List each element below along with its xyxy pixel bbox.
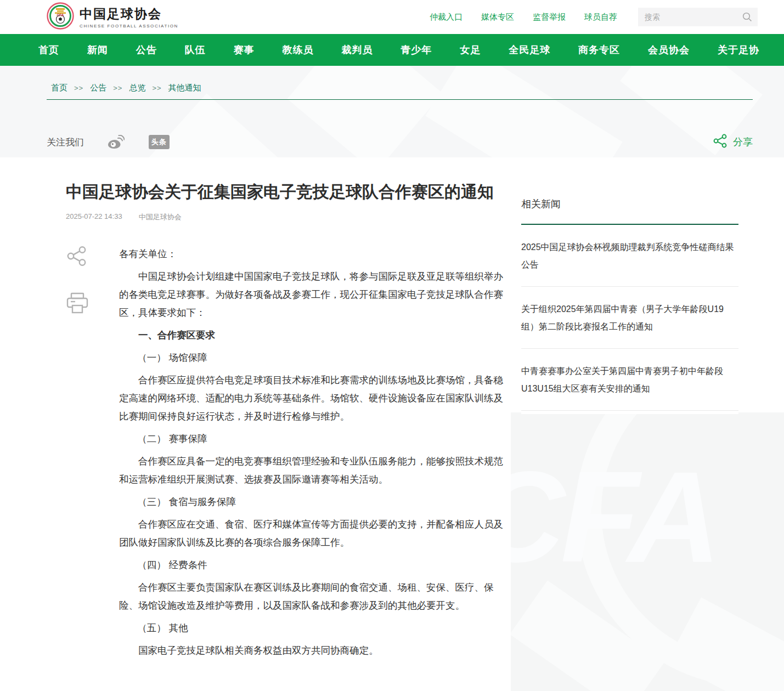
main-nav: 首页新闻公告队伍赛事教练员裁判员青少年女足全民足球商务专区会员协会关于足协 bbox=[0, 34, 784, 66]
quick-link-1[interactable]: 媒体专区 bbox=[481, 12, 514, 22]
nav-item-9[interactable]: 全民足球 bbox=[509, 43, 550, 56]
search-box bbox=[638, 8, 758, 26]
nav-item-7[interactable]: 青少年 bbox=[401, 43, 432, 56]
nav-item-5[interactable]: 教练员 bbox=[283, 43, 314, 56]
quick-links: 仲裁入口媒体专区监督举报球员自荐 bbox=[430, 12, 617, 22]
nav-item-3[interactable]: 队伍 bbox=[185, 43, 206, 56]
nav-item-10[interactable]: 商务专区 bbox=[578, 43, 620, 56]
breadcrumb-link-2[interactable]: 总览 bbox=[129, 83, 145, 93]
article-print-icon[interactable] bbox=[66, 292, 119, 316]
related-news-sidebar: 相关新闻 2025中国足球协会杯视频助理裁判系统竞争性磋商结果公告关于组织202… bbox=[521, 197, 738, 414]
breadcrumb-link-1[interactable]: 公告 bbox=[90, 83, 106, 93]
nav-item-11[interactable]: 会员协会 bbox=[648, 43, 690, 56]
quick-link-0[interactable]: 仲裁入口 bbox=[430, 12, 462, 22]
nav-item-8[interactable]: 女足 bbox=[460, 43, 481, 56]
related-news-title: 相关新闻 bbox=[521, 197, 738, 225]
article-source: 中国足球协会 bbox=[139, 212, 182, 222]
article-meta: 2025-07-22 14:33 中国足球协会 bbox=[66, 212, 511, 222]
site-logo[interactable]: CFA 中国足球协会 CHINESE FOOTBALL ASSOCIATION bbox=[47, 2, 178, 32]
share-nodes-icon bbox=[713, 134, 727, 150]
cfa-watermark: CFA bbox=[510, 412, 784, 691]
nav-item-6[interactable]: 裁判员 bbox=[341, 43, 373, 56]
nav-item-4[interactable]: 赛事 bbox=[234, 43, 255, 56]
article-paragraph-3: （一） 场馆保障 bbox=[119, 349, 510, 367]
share-label: 分享 bbox=[733, 135, 753, 149]
nav-item-12[interactable]: 关于足协 bbox=[718, 43, 759, 56]
article-tools-rail bbox=[47, 241, 119, 664]
article-paragraph-5: （二） 赛事保障 bbox=[119, 430, 510, 448]
article-paragraph-6: 合作赛区应具备一定的电竞赛事组织管理经验和专业队伍服务能力，能够按照技术规范和运… bbox=[119, 452, 510, 489]
toutiao-icon[interactable]: 头条 bbox=[149, 135, 170, 149]
watermark-text: CFA bbox=[510, 443, 717, 591]
follow-us-label: 关注我们 bbox=[47, 136, 84, 149]
article: 中国足球协会关于征集国家电子竞技足球队合作赛区的通知 2025-07-22 14… bbox=[47, 157, 511, 691]
breadcrumb-separator: >> bbox=[152, 84, 161, 92]
article-date: 2025-07-22 14:33 bbox=[66, 212, 122, 222]
breadcrumb-separator: >> bbox=[74, 84, 83, 92]
article-paragraph-8: 合作赛区应在交通、食宿、医疗和媒体宣传等方面提供必要的支持，并配备相应人员及团队… bbox=[119, 516, 510, 552]
related-news-list: 2025中国足球协会杯视频助理裁判系统竞争性磋商结果公告关于组织2025年第四届… bbox=[521, 225, 738, 411]
article-paragraph-0: 各有关单位： bbox=[119, 245, 510, 263]
page: CFA 中国足球协会 CHINESE FOOTBALL ASSOCIATION … bbox=[0, 0, 784, 691]
nav-item-0[interactable]: 首页 bbox=[38, 43, 59, 56]
search-icon[interactable] bbox=[742, 12, 752, 24]
breadcrumb-link-3[interactable]: 其他通知 bbox=[168, 83, 201, 93]
article-paragraph-7: （三） 食宿与服务保障 bbox=[119, 493, 510, 511]
search-input[interactable] bbox=[638, 8, 758, 26]
header-right: 仲裁入口媒体专区监督举报球员自荐 bbox=[430, 8, 758, 26]
article-paragraph-11: （五） 其他 bbox=[119, 619, 510, 637]
article-paragraph-9: （四） 经费条件 bbox=[119, 556, 510, 574]
quick-link-3[interactable]: 球员自荐 bbox=[584, 12, 617, 22]
related-news-item-2[interactable]: 中青赛赛事办公室关于第四届中青赛男子初中年龄段U13U15组大区赛有关安排的通知 bbox=[521, 349, 738, 411]
article-body: 各有关单位：中国足球协会计划组建中国国家电子竞技足球队，将参与国际足联及亚足联等… bbox=[47, 241, 511, 664]
article-paragraph-4: 合作赛区应提供符合电竞足球项目技术标准和比赛需求的训练场地及比赛场馆，具备稳定高… bbox=[119, 371, 510, 426]
weibo-icon[interactable] bbox=[107, 135, 125, 149]
article-share-icon[interactable] bbox=[66, 245, 119, 269]
share-button[interactable]: 分享 bbox=[713, 134, 753, 150]
site-header: CFA 中国足球协会 CHINESE FOOTBALL ASSOCIATION … bbox=[0, 0, 784, 34]
breadcrumb-separator: >> bbox=[113, 84, 122, 92]
article-title: 中国足球协会关于征集国家电子竞技足球队合作赛区的通知 bbox=[66, 179, 505, 205]
nav-item-1[interactable]: 新闻 bbox=[87, 43, 108, 56]
quick-link-2[interactable]: 监督举报 bbox=[533, 12, 566, 22]
related-news-item-0[interactable]: 2025中国足球协会杯视频助理裁判系统竞争性磋商结果公告 bbox=[521, 225, 738, 287]
article-paragraph-2: 一、合作赛区要求 bbox=[119, 326, 510, 344]
cfa-badge-icon: CFA bbox=[47, 2, 74, 32]
article-paragraph-10: 合作赛区主要负责国家队在赛区训练及比赛期间的食宿交通、场租、安保、医疗、保险、场… bbox=[119, 579, 510, 615]
breadcrumb-divider bbox=[47, 99, 753, 100]
breadcrumb: 首页>>公告>>总览>>其他通知 bbox=[51, 83, 201, 93]
svg-text:CFA: CFA bbox=[57, 13, 64, 17]
article-text: 各有关单位：中国足球协会计划组建中国国家电子竞技足球队，将参与国际足联及亚足联等… bbox=[119, 241, 511, 664]
logo-subtitle: CHINESE FOOTBALL ASSOCIATION bbox=[80, 24, 178, 29]
breadcrumb-link-0[interactable]: 首页 bbox=[51, 83, 67, 93]
article-paragraph-12: 国家电子竞技足球队相关商务权益由双方共同协商确定。 bbox=[119, 642, 510, 660]
logo-title: 中国足球协会 bbox=[80, 5, 178, 22]
nav-item-2[interactable]: 公告 bbox=[136, 43, 157, 56]
related-news-item-1[interactable]: 关于组织2025年第四届中青赛（男子大学年龄段U19组）第二阶段比赛报名工作的通… bbox=[521, 287, 738, 349]
follow-share-row: 关注我们 头条 分享 bbox=[47, 132, 753, 152]
article-paragraph-1: 中国足球协会计划组建中国国家电子竞技足球队，将参与国际足联及亚足联等组织举办的各… bbox=[119, 268, 510, 322]
